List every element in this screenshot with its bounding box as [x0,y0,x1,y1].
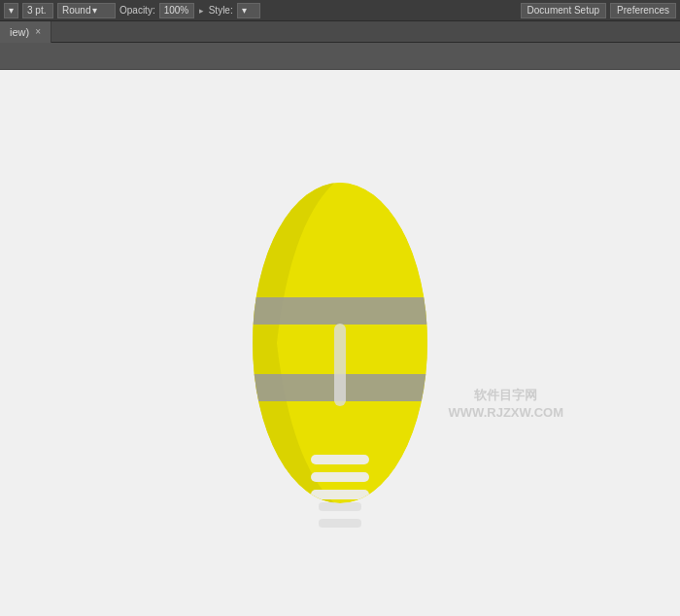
style-dropdown-arrow: ▾ [242,5,247,16]
stroke-dropdown-arrow: ▾ [92,5,97,16]
preferences-label: Preferences [617,5,669,16]
stroke-type-label: Round [62,5,90,16]
opacity-text: 100% [164,5,189,16]
football-illustration [204,158,476,528]
document-setup-label: Document Setup [527,5,600,16]
tool-dropdown[interactable]: ▾ [4,3,18,18]
active-tab[interactable]: iew) × [0,21,51,43]
opacity-label: Opacity: [119,5,155,16]
tab-label: iew) [10,26,29,38]
svg-rect-10 [253,374,447,401]
tabbar: iew) × [0,21,680,43]
svg-rect-12 [311,455,369,464]
stroke-size-label: 3 pt. [27,5,46,16]
svg-rect-6 [319,519,361,528]
tool-dropdown-arrow: ▾ [9,5,14,16]
opacity-value[interactable]: 100% [159,3,194,18]
header-area [0,43,680,70]
preferences-button[interactable]: Preferences [610,3,676,18]
toolbar: ▾ 3 pt. Round ▾ Opacity: 100% ▸ Style: ▾… [0,0,680,21]
style-label: Style: [209,5,233,16]
tab-close-button[interactable]: × [35,27,41,37]
svg-rect-9 [253,297,447,325]
svg-rect-11 [334,324,346,406]
canvas-area: 软件目字网 WWW.RJZXW.COM [0,70,680,616]
svg-rect-14 [311,490,369,499]
style-dropdown[interactable]: ▾ [237,3,260,18]
document-setup-button[interactable]: Document Setup [521,3,607,18]
svg-rect-13 [311,472,369,482]
svg-rect-5 [319,502,361,511]
opacity-arrow[interactable]: ▸ [199,6,204,16]
stroke-type-dropdown[interactable]: Round ▾ [57,3,116,18]
stroke-size[interactable]: 3 pt. [22,3,53,18]
